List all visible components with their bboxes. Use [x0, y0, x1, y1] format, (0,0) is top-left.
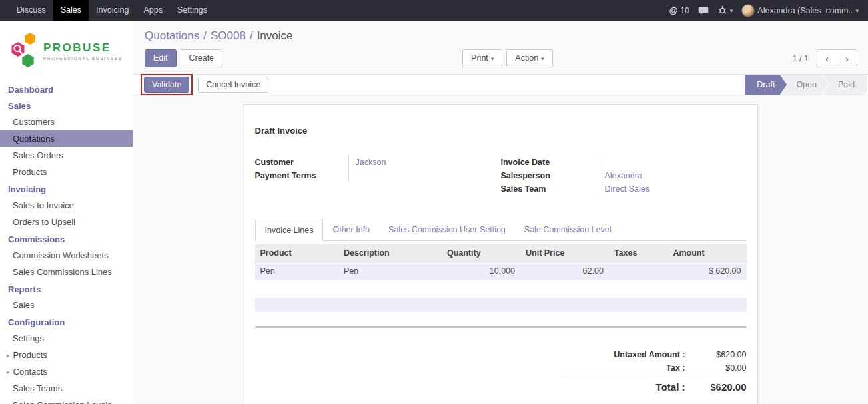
- user-name: Alexandra (Sales_comm..: [757, 6, 853, 15]
- cell-product[interactable]: Pen: [255, 262, 338, 280]
- totals-block: Untaxed Amount : $620.00 Tax : $0.00 Tot…: [560, 348, 747, 395]
- menu-invoicing[interactable]: Invoicing: [89, 0, 136, 21]
- avatar: [741, 4, 755, 17]
- activities-icon: @: [669, 5, 678, 15]
- sidebar-item-customers[interactable]: Customers: [0, 114, 133, 130]
- pager-previous-button[interactable]: ‹: [817, 49, 837, 67]
- sidebar-item-quotations[interactable]: Quotations: [0, 130, 133, 147]
- sidebar-item-label: Sales Commissions Lines: [13, 267, 112, 277]
- print-dropdown[interactable]: Print▾: [462, 49, 502, 67]
- sidebar-item-sales-commission-levels[interactable]: Sales Commission Levels: [0, 397, 133, 404]
- sidebar-item-settings[interactable]: Settings: [0, 330, 133, 347]
- column-header-product[interactable]: Product: [255, 244, 338, 262]
- validate-button[interactable]: Validate: [144, 77, 189, 93]
- sidebar-item-sales-commissions-lines[interactable]: Sales Commissions Lines: [0, 264, 133, 280]
- form-view: Draft Invoice Customer Jackson Payment T…: [133, 95, 868, 404]
- cancel-invoice-button[interactable]: Cancel Invoice: [198, 77, 268, 93]
- cp-center-buttons: Print▾ Action▾: [462, 49, 553, 67]
- column-header-amount[interactable]: Amount: [667, 244, 746, 262]
- caret-down-icon: ▾: [855, 7, 859, 14]
- breadcrumb-so008[interactable]: SO008: [211, 29, 246, 42]
- tab-other-info[interactable]: Other Info: [323, 220, 379, 241]
- activities-menu[interactable]: @ 10: [669, 5, 689, 15]
- cell-quantity[interactable]: 10.000: [442, 262, 520, 280]
- messages-menu[interactable]: [698, 6, 709, 15]
- debug-icon: [717, 5, 727, 15]
- menu-discuss[interactable]: Discuss: [9, 0, 53, 21]
- logo-title: PROBUSE: [43, 42, 123, 55]
- menu-sales[interactable]: Sales: [53, 0, 89, 21]
- sidebar-item-label: Sales Orders: [13, 150, 63, 160]
- untaxed-amount-row: Untaxed Amount : $620.00: [560, 348, 747, 361]
- create-button[interactable]: Create: [181, 49, 223, 67]
- edit-button[interactable]: Edit: [145, 49, 177, 67]
- sidebar-item-label: Contacts: [13, 367, 47, 377]
- cell-taxes[interactable]: [609, 262, 668, 280]
- sidebar-item-config-products[interactable]: ▸Products: [0, 347, 133, 363]
- sidebar-item-reports-sales[interactable]: Sales: [0, 297, 133, 313]
- caret-down-icon: ▾: [491, 55, 494, 62]
- column-header-description[interactable]: Description: [338, 244, 442, 262]
- sidebar-section-dashboard[interactable]: Dashboard: [0, 81, 133, 97]
- column-header-quantity[interactable]: Quantity: [442, 244, 520, 262]
- action-dropdown[interactable]: Action▾: [506, 49, 552, 67]
- user-menu[interactable]: Alexandra (Sales_comm.. ▾: [741, 4, 859, 17]
- column-header-taxes[interactable]: Taxes: [609, 244, 668, 262]
- salesperson-label: Salesperson: [501, 169, 598, 182]
- debug-menu[interactable]: ▾: [717, 5, 733, 15]
- cell-amount[interactable]: $ 620.00: [667, 262, 746, 280]
- tab-sales-commission-user-setting[interactable]: Sales Commission User Setting: [379, 220, 515, 241]
- sidebar-item-commission-worksheets[interactable]: Commission Worksheets: [0, 247, 133, 264]
- total-value: $620.00: [685, 381, 747, 393]
- field-salesperson: Salesperson Alexandra: [501, 169, 747, 182]
- sidebar-item-label: Sales Teams: [13, 383, 62, 393]
- sidebar-item-sales-teams[interactable]: Sales Teams: [0, 380, 133, 397]
- logo-subtitle: PROFESSIONAL BUSINESS: [43, 56, 123, 61]
- salesperson-value[interactable]: Alexandra: [598, 169, 747, 182]
- pager: 1 / 1 ‹ ›: [793, 49, 857, 67]
- logo-text: PROBUSE PROFESSIONAL BUSINESS: [43, 42, 123, 61]
- chat-bubble-icon: [698, 6, 709, 15]
- sidebar-section-commissions[interactable]: Commissions: [0, 230, 133, 247]
- sidebar-item-products[interactable]: Products: [0, 164, 133, 180]
- sidebar-item-config-contacts[interactable]: ▸Contacts: [0, 363, 133, 380]
- breadcrumb-separator: /: [203, 29, 207, 42]
- tab-sale-commission-level[interactable]: Sale Commission Level: [515, 220, 621, 241]
- chevron-left-icon: ‹: [825, 53, 829, 64]
- sidebar-section-reports[interactable]: Reports: [0, 280, 133, 297]
- payment-terms-value[interactable]: [348, 169, 501, 182]
- sidebar-section-invoicing[interactable]: Invoicing: [0, 180, 133, 197]
- pager-next-button[interactable]: ›: [837, 49, 857, 67]
- menu-apps[interactable]: Apps: [136, 0, 170, 21]
- invoice-line-row[interactable]: Pen Pen 10.000 62.00 $ 620.00: [255, 262, 747, 280]
- table-header-row: Product Description Quantity Unit Price …: [255, 244, 747, 262]
- chevron-right-icon: ›: [845, 53, 849, 64]
- status-pipeline: Draft Open Paid: [745, 75, 868, 95]
- total-row: Total : $620.00: [560, 377, 747, 395]
- status-paid[interactable]: Paid: [822, 75, 867, 95]
- control-panel: Edit Create Print▾ Action▾ 1 / 1 ‹ ›: [133, 45, 868, 74]
- sidebar-section-configuration[interactable]: Configuration: [0, 313, 133, 330]
- status-open[interactable]: Open: [780, 75, 829, 95]
- sales-team-value[interactable]: Direct Sales: [598, 182, 747, 196]
- invoice-date-value[interactable]: [598, 156, 747, 169]
- breadcrumb-quotations[interactable]: Quotations: [145, 29, 199, 42]
- sidebar-item-label: Settings: [13, 333, 44, 343]
- customer-value[interactable]: Jackson: [348, 156, 501, 169]
- sidebar-item-sales-to-invoice[interactable]: Sales to Invoice: [0, 197, 133, 214]
- tab-invoice-lines[interactable]: Invoice Lines: [255, 220, 324, 241]
- breadcrumb-current: Invoice: [257, 29, 293, 42]
- sidebar-section-sales[interactable]: Sales: [0, 97, 133, 114]
- status-draft[interactable]: Draft: [745, 75, 787, 95]
- cell-unit-price[interactable]: 62.00: [520, 262, 609, 280]
- print-label: Print: [471, 53, 488, 63]
- cell-description[interactable]: Pen: [338, 262, 442, 280]
- sidebar-item-orders-to-upsell[interactable]: Orders to Upsell: [0, 214, 133, 230]
- field-sales-team: Sales Team Direct Sales: [501, 182, 747, 196]
- sidebar-item-label: Orders to Upsell: [13, 217, 75, 227]
- sidebar: PROBUSE PROFESSIONAL BUSINESS Dashboard …: [0, 21, 133, 404]
- menu-settings[interactable]: Settings: [170, 0, 215, 21]
- sidebar-item-sales-orders[interactable]: Sales Orders: [0, 147, 133, 164]
- expand-caret-icon: ▸: [7, 369, 10, 375]
- column-header-unit-price[interactable]: Unit Price: [520, 244, 609, 262]
